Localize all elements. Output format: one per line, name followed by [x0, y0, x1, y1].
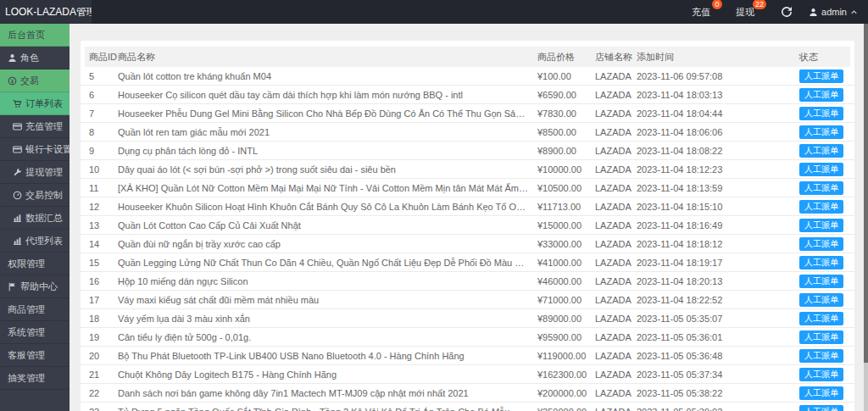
cell-price: ¥6590.00 — [537, 90, 595, 100]
sidebar-item-label: 帮助中心 — [20, 280, 58, 293]
cell-store: LAZADA — [595, 202, 637, 212]
sidebar-item-support-manage[interactable]: 客服管理 — [0, 344, 70, 367]
cell-id: 16 — [89, 276, 118, 286]
sidebar-item-data-summary[interactable]: 数据汇总 — [0, 207, 70, 230]
cell-id: 11 — [89, 183, 118, 193]
bar-chart-icon — [13, 214, 22, 223]
cell-id: 17 — [89, 295, 118, 305]
cell-status: 人工派单 — [799, 368, 846, 381]
cart-icon — [13, 99, 22, 108]
cell-time: 2023-11-05 05:37:34 — [637, 369, 799, 380]
table-row: 11 [XẢ KHO] Quần Lót Nữ Cotton Mềm Mại M… — [81, 179, 854, 197]
dispatch-button[interactable]: 人工派单 — [799, 237, 843, 251]
sidebar-item-label: 客服管理 — [8, 349, 45, 362]
cell-price: ¥46000.00 — [537, 276, 595, 286]
sidebar-item-permission[interactable]: 权限管理 — [0, 253, 70, 275]
cell-id: 6 — [89, 90, 118, 100]
cell-store: LAZADA — [595, 239, 637, 249]
cell-time: 2023-11-05 05:39:02 — [637, 407, 799, 411]
dispatch-button[interactable]: 人工派单 — [799, 293, 843, 307]
sidebar-item-order-list[interactable]: 订单列表 — [0, 92, 70, 115]
cell-store: LAZADA — [595, 295, 637, 305]
cell-price: ¥162300.00 — [537, 369, 595, 380]
dispatch-button[interactable]: 人工派单 — [799, 144, 843, 158]
dispatch-button[interactable]: 人工派单 — [799, 69, 843, 83]
dispatch-button[interactable]: 人工派单 — [799, 107, 843, 120]
cell-store: LAZADA — [595, 388, 637, 398]
sidebar-item-role[interactable]: 角色 — [0, 47, 70, 69]
dispatch-button[interactable]: 人工派单 — [799, 219, 843, 232]
cell-price: ¥8900.00 — [537, 146, 595, 156]
dispatch-button[interactable]: 人工派单 — [799, 163, 843, 176]
dispatch-button[interactable]: 人工派单 — [799, 330, 843, 344]
dispatch-button[interactable]: 人工派单 — [799, 256, 843, 269]
withdraw-button[interactable]: 提现 22 — [727, 0, 763, 24]
dispatch-button[interactable]: 人工派单 — [799, 125, 843, 139]
cell-time: 2023-11-04 18:08:22 — [637, 146, 799, 156]
dispatch-button[interactable]: 人工派单 — [799, 275, 843, 288]
cell-id: 5 — [89, 71, 118, 81]
cell-status: 人工派单 — [799, 163, 846, 176]
wrench-icon — [13, 168, 22, 177]
sidebar-item-system-manage[interactable]: 系统管理 — [0, 321, 70, 344]
cell-time: 2023-11-04 18:16:49 — [637, 220, 799, 230]
table-row: 14 Quần đùi nữ ngắn bị trầy xước cao cấp… — [81, 235, 854, 253]
sidebar-item-home[interactable]: 后台首页 — [0, 24, 70, 47]
dispatch-button[interactable]: 人工派单 — [799, 349, 843, 363]
withdraw-label: 提现 — [736, 7, 754, 17]
cell-id: 10 — [89, 164, 118, 175]
username: admin — [821, 7, 847, 17]
dispatch-button[interactable]: 人工派单 — [799, 368, 843, 381]
cell-id: 20 — [89, 351, 118, 361]
dispatch-button[interactable]: 人工派单 — [799, 200, 843, 214]
cell-status: 人工派单 — [799, 88, 846, 102]
order-table-card: 商品ID 商品名称 商品价格 店铺名称 添加时间 状态 5 Quần lót c… — [81, 41, 854, 411]
card-icon — [13, 145, 22, 154]
person-icon — [8, 53, 17, 63]
sidebar-item-product-manage[interactable]: 商品管理 — [0, 298, 70, 321]
table-row: 7 Houseeker Phễu Dung Gel Mini Bằng Sili… — [81, 104, 854, 123]
cell-id: 18 — [89, 314, 118, 324]
flag-icon — [8, 282, 17, 292]
sidebar-item-withdraw-manage[interactable]: 提现管理 — [0, 161, 70, 184]
cell-store: LAZADA — [595, 276, 637, 286]
sidebar-item-help-center[interactable]: 帮助中心 — [0, 275, 70, 298]
cell-status: 人工派单 — [799, 144, 846, 158]
table-body: 5 Quần lót cotton tre kháng khuẩn M04 ¥1… — [81, 67, 854, 411]
vertical-scrollbar[interactable] — [864, 24, 868, 411]
sidebar-item-lottery-manage[interactable]: 抽奖管理 — [0, 367, 70, 390]
scrollbar-thumb[interactable] — [864, 24, 868, 363]
cell-id: 12 — [89, 202, 118, 212]
sidebar-item-label: 系统管理 — [8, 326, 45, 339]
dispatch-button[interactable]: 人工派单 — [799, 405, 843, 411]
cell-store: LAZADA — [595, 369, 637, 380]
app-logo: LOOK-LAZADA管理后... — [0, 0, 92, 24]
cell-status: 人工派单 — [799, 200, 846, 214]
sidebar-item-trade-control[interactable]: 交易控制 — [0, 184, 70, 207]
sidebar-item-label: 提现管理 — [25, 166, 63, 179]
cell-status: 人工派单 — [799, 181, 846, 195]
cell-status: 人工派单 — [799, 293, 846, 307]
sidebar-item-recharge-manage[interactable]: 充值管理 — [0, 115, 70, 138]
recharge-button[interactable]: 充值 0 — [683, 0, 719, 24]
cell-time: 2023-11-04 18:13:59 — [637, 183, 799, 193]
cell-name: Quần lót cotton tre kháng khuẩn M04 — [118, 71, 537, 81]
dispatch-button[interactable]: 人工派单 — [799, 386, 843, 400]
table-row: 17 Váy maxi kiểug sát chất đũi mềm mát n… — [81, 291, 854, 309]
cell-name: Quần đùi nữ ngắn bị trầy xước cao cấp — [118, 239, 537, 249]
cell-status: 人工派单 — [799, 275, 846, 288]
refresh-button[interactable] — [771, 0, 802, 24]
cell-id: 13 — [89, 220, 118, 230]
dispatch-button[interactable]: 人工派单 — [799, 181, 843, 195]
sidebar-item-agent-list[interactable]: 代理列表 — [0, 230, 70, 253]
cell-name: Quần Lót Cotton Cao Cấp Củ Cải Xuất Nhật — [118, 220, 537, 230]
sidebar-item-trade[interactable]: 交易 — [0, 69, 70, 92]
dispatch-button[interactable]: 人工派单 — [799, 88, 843, 102]
user-menu[interactable]: admin — [802, 7, 868, 17]
sidebar-item-bank-card[interactable]: 银行卡设置 — [0, 138, 70, 161]
sidebar-item-label: 后台首页 — [8, 29, 45, 42]
dispatch-button[interactable]: 人工派单 — [799, 312, 843, 325]
cell-time: 2023-11-06 09:57:08 — [637, 71, 799, 81]
cell-price: ¥11713.00 — [537, 202, 595, 212]
table-row: 15 Quần Legging Lửng Nữ Chất Thun Co Dãn… — [81, 253, 854, 272]
